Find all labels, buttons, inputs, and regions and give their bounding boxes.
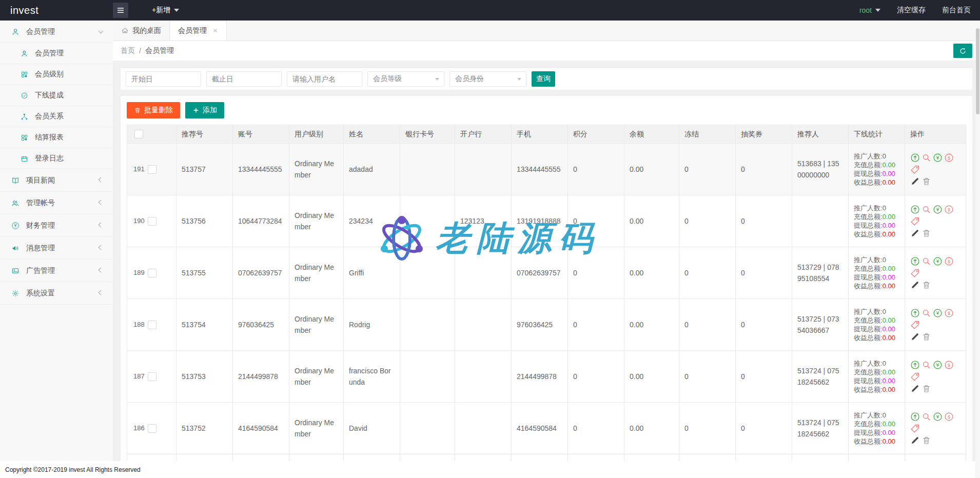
sidebar-item-downline-commission[interactable]: 下线提成 xyxy=(0,85,113,106)
delete-icon[interactable] xyxy=(922,384,931,393)
edit-icon[interactable] xyxy=(910,332,920,342)
cell-referrer: 513683 | 13500000000 xyxy=(792,144,849,195)
yen-circle-icon[interactable] xyxy=(933,360,943,370)
edit-icon[interactable] xyxy=(910,435,920,445)
start-date-input[interactable] xyxy=(126,71,201,87)
cell-downline-stats: 推广人数:0 充值总额:0.00 提现总额:0.00 收益总额:0.00 xyxy=(849,299,905,351)
dollar-circle-icon[interactable] xyxy=(944,153,954,163)
end-date-input[interactable] xyxy=(206,71,282,87)
member-identity-select[interactable]: 会员身份 xyxy=(449,71,526,87)
search-icon[interactable] xyxy=(922,360,931,370)
page-layout: 会员管理 会员管理 会员级别 下线提成 会员关系 结算报表 登录日志 xyxy=(0,21,980,478)
arrow-up-circle-icon[interactable] xyxy=(910,360,920,370)
chevron-left-icon xyxy=(99,177,104,182)
search-icon[interactable] xyxy=(922,308,931,318)
row-checkbox[interactable] xyxy=(148,321,156,329)
sidebar-item-member-manage[interactable]: 会员管理 xyxy=(0,43,113,64)
delete-icon[interactable] xyxy=(922,228,931,238)
arrow-up-circle-icon[interactable] xyxy=(910,205,920,214)
edit-icon[interactable] xyxy=(910,228,920,238)
dollar-circle-icon[interactable] xyxy=(944,308,954,318)
edit-icon[interactable] xyxy=(910,176,920,186)
sidebar-toggle-button[interactable] xyxy=(113,3,128,18)
cell-points: 0 xyxy=(568,195,624,247)
arrow-up-circle-icon[interactable] xyxy=(910,308,920,318)
tag-icon[interactable] xyxy=(910,165,920,174)
batch-delete-button[interactable]: 批量删除 xyxy=(127,102,180,118)
cell-points: 0 xyxy=(568,247,624,299)
sidebar-item-member-level[interactable]: 会员级别 xyxy=(0,64,113,85)
search-icon[interactable] xyxy=(922,153,931,163)
sidebar-group-admin-account[interactable]: 管理帐号 xyxy=(0,192,113,214)
refresh-button[interactable] xyxy=(953,44,972,58)
speaker-icon xyxy=(11,244,19,252)
tag-icon[interactable] xyxy=(910,216,920,226)
user-menu[interactable]: root xyxy=(859,6,880,14)
sidebar-group-news[interactable]: 项目新闻 xyxy=(0,169,113,192)
dollar-circle-icon[interactable] xyxy=(944,205,954,214)
delete-icon[interactable] xyxy=(922,176,931,186)
clear-cache-link[interactable]: 清空缓存 xyxy=(897,6,926,15)
yen-circle-icon[interactable] xyxy=(933,308,943,318)
row-checkbox[interactable] xyxy=(148,424,156,433)
edit-icon[interactable] xyxy=(910,384,920,393)
sidebar-item-login-log[interactable]: 登录日志 xyxy=(0,148,113,169)
home-icon xyxy=(121,27,129,34)
close-icon[interactable] xyxy=(212,28,218,33)
yen-circle-icon[interactable] xyxy=(933,153,943,163)
sidebar-item-member-relation[interactable]: 会员关系 xyxy=(0,106,113,127)
row-checkbox[interactable] xyxy=(148,372,156,381)
dollar-circle-icon[interactable] xyxy=(944,412,954,422)
row-checkbox[interactable] xyxy=(148,269,156,277)
select-all-checkbox[interactable] xyxy=(134,130,143,138)
arrow-up-circle-icon[interactable] xyxy=(910,412,920,422)
search-icon[interactable] xyxy=(922,412,931,422)
tag-icon[interactable] xyxy=(910,268,920,278)
gear-icon xyxy=(11,289,19,297)
top-navbar: invest +新增 root 清空缓存 前台首页 xyxy=(0,0,980,21)
yen-circle-icon[interactable] xyxy=(933,256,943,266)
tag-icon[interactable] xyxy=(910,320,920,330)
edit-icon[interactable] xyxy=(910,280,920,290)
add-button[interactable]: 添加 xyxy=(185,102,224,118)
sidebar-group-message[interactable]: 消息管理 xyxy=(0,237,113,260)
breadcrumb-home[interactable]: 首页 xyxy=(121,46,135,55)
arrow-up-circle-icon[interactable] xyxy=(910,153,920,163)
sidebar-group-member[interactable]: 会员管理 xyxy=(0,21,113,43)
dollar-circle-icon[interactable] xyxy=(944,256,954,266)
yen-circle-icon[interactable] xyxy=(933,205,943,214)
delete-icon[interactable] xyxy=(922,280,931,290)
sidebar-group-finance[interactable]: 财务管理 xyxy=(0,214,113,237)
tag-icon[interactable] xyxy=(910,424,920,433)
users-icon xyxy=(11,199,19,207)
filter-bar: 会员等级 会员身份 查询 xyxy=(121,68,972,90)
tab-desktop[interactable]: 我的桌面 xyxy=(113,21,170,41)
yen-circle-icon[interactable] xyxy=(933,412,943,422)
dollar-circle-icon[interactable] xyxy=(944,360,954,370)
search-icon[interactable] xyxy=(922,256,931,266)
delete-icon[interactable] xyxy=(922,435,931,445)
delete-icon[interactable] xyxy=(922,332,931,342)
row-checkbox[interactable] xyxy=(148,165,156,174)
col-header: 余额 xyxy=(624,125,679,144)
cell-phone: 2144499878 xyxy=(512,351,568,403)
sidebar-item-settlement-report[interactable]: 结算报表 xyxy=(0,127,113,148)
table-row: 189 513755 07062639757 Ordinary Member G… xyxy=(127,247,966,299)
caret-down-icon xyxy=(435,78,439,81)
username-input[interactable] xyxy=(287,71,362,87)
refresh-icon xyxy=(959,47,967,55)
search-button[interactable]: 查询 xyxy=(532,71,555,87)
sidebar-group-ads[interactable]: 广告管理 xyxy=(0,260,113,282)
tag-icon[interactable] xyxy=(910,372,920,382)
front-home-link[interactable]: 前台首页 xyxy=(942,6,971,15)
vertical-scrollbar[interactable] xyxy=(975,21,980,478)
member-level-select[interactable]: 会员等级 xyxy=(367,71,444,87)
col-header: 账号 xyxy=(233,125,289,144)
search-icon[interactable] xyxy=(922,205,931,214)
arrow-up-circle-icon[interactable] xyxy=(910,256,920,266)
scrollbar-thumb[interactable] xyxy=(976,28,979,114)
quick-add-menu[interactable]: +新增 xyxy=(152,6,179,15)
row-checkbox[interactable] xyxy=(148,217,156,226)
sidebar-group-settings[interactable]: 系统设置 xyxy=(0,282,113,305)
tab-member-manage[interactable]: 会员管理 xyxy=(170,21,227,41)
